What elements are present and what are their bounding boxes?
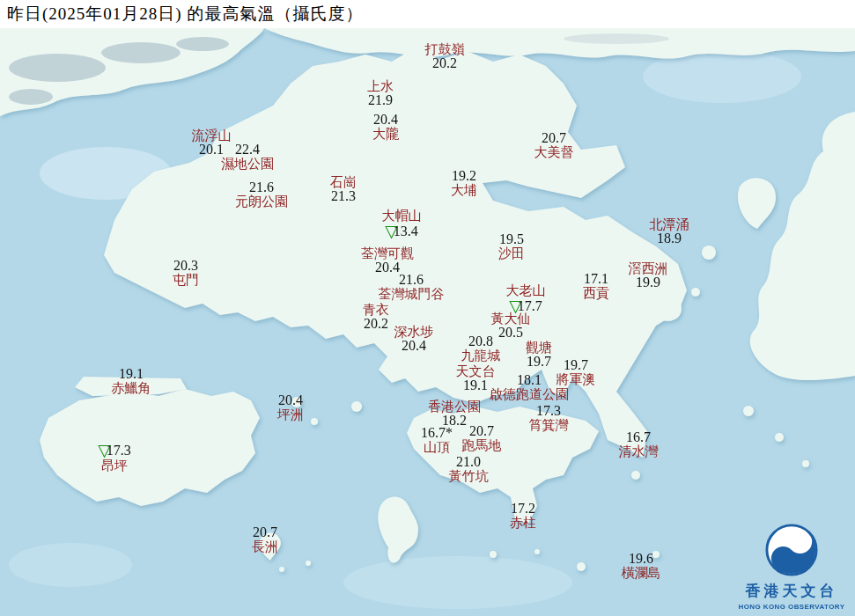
station-石崗: 石崗21.3 xyxy=(330,175,357,203)
hko-logo-icon xyxy=(764,523,819,577)
map-area: 打鼓嶺20.2上水21.920.4大隴流浮山20.122.4濕地公園21.6元朗… xyxy=(0,28,855,616)
station-name: 清水灣 xyxy=(619,444,659,458)
station-name: 啟德跑道公園 xyxy=(490,387,569,401)
station-name: 跑馬地 xyxy=(462,438,502,452)
station-value: 19.9 xyxy=(629,275,668,290)
station-value: 20.2 xyxy=(363,317,389,331)
station-value: 16.7 xyxy=(619,430,659,444)
station-橫瀾島: 19.6橫瀾島 xyxy=(622,552,661,580)
station-山頂: 16.7*山頂 xyxy=(421,426,453,454)
station-value: 21.9 xyxy=(367,93,394,107)
station-value: 20.4 xyxy=(372,113,399,127)
station-value: 19.2 xyxy=(451,169,477,183)
hill-station-marker-icon: ▽ xyxy=(385,222,398,240)
station-清水灣: 16.7清水灣 xyxy=(619,430,659,458)
station-value: 20.3 xyxy=(173,259,199,273)
station-value: 20.2 xyxy=(425,56,465,70)
station-北潭涌: 北潭涌18.9 xyxy=(650,217,689,246)
station-name: 打鼓嶺 xyxy=(425,42,465,56)
station-name: 上水 xyxy=(367,79,394,93)
station-name: 滘西洲 xyxy=(629,261,668,275)
station-元朗公園: 21.6元朗公園 xyxy=(235,180,288,209)
station-value: 17.2 xyxy=(510,502,536,516)
station-value: 20.4 xyxy=(394,339,434,353)
station-name: 深水埗 xyxy=(394,325,434,339)
station-沙田: 19.5沙田 xyxy=(498,232,525,260)
station-九龍城: 20.8九龍城 xyxy=(461,334,501,363)
station-荃灣可觀: 荃灣可觀20.4 xyxy=(361,246,414,275)
station-深水埗: 深水埗20.4 xyxy=(394,325,434,353)
station-name: 荃灣城門谷 xyxy=(379,287,445,301)
station-黃竹坑: 21.0黃竹坑 xyxy=(449,455,489,483)
station-坪洲: 20.4坪洲 xyxy=(277,393,304,422)
station-赤柱: 17.2赤柱 xyxy=(510,502,536,530)
station-value: ▽13.4 xyxy=(382,223,422,239)
station-name: 流浮山 xyxy=(192,128,232,143)
station-name: 九龍城 xyxy=(461,348,501,363)
station-value: ▽17.3 xyxy=(98,442,131,458)
station-name: 大美督 xyxy=(534,145,574,159)
station-name: 坪洲 xyxy=(277,407,304,422)
station-name: 濕地公園 xyxy=(221,157,274,171)
station-value: 17.1 xyxy=(583,272,609,286)
station-name: 香港公園 xyxy=(428,400,481,414)
stations-layer: 打鼓嶺20.2上水21.920.4大隴流浮山20.122.4濕地公園21.6元朗… xyxy=(0,28,855,616)
station-name: 赤柱 xyxy=(510,516,536,530)
station-長洲: 20.7長洲 xyxy=(252,525,278,554)
station-value: 19.7 xyxy=(526,355,552,369)
logo-name-english: HONG KONG OBSERVATORY xyxy=(730,603,853,611)
station-name: 大帽山 xyxy=(382,209,422,223)
station-value: 19.1 xyxy=(112,367,151,381)
station-name: 荃灣可觀 xyxy=(361,246,414,260)
station-赤鱲角: 19.1赤鱲角 xyxy=(112,367,151,395)
station-name: 黃大仙 xyxy=(491,312,531,326)
logo-name-chinese: 香港天文台 xyxy=(730,581,853,601)
station-大隴: 20.4大隴 xyxy=(372,113,399,141)
station-value: 19.6 xyxy=(622,552,661,566)
station-value: 19.5 xyxy=(498,232,525,246)
station-打鼓嶺: 打鼓嶺20.2 xyxy=(425,42,465,70)
station-屯門: 20.3屯門 xyxy=(173,259,199,287)
station-大帽山: 大帽山▽13.4 xyxy=(382,209,422,239)
page-title: 昨日(2025年01月28日) 的最高氣溫（攝氏度） xyxy=(7,3,363,26)
station-濕地公園: 22.4濕地公園 xyxy=(221,143,274,171)
station-昂坪: ▽17.3昂坪 xyxy=(98,442,131,473)
station-西貢: 17.1西貢 xyxy=(583,272,609,300)
station-觀塘: 觀塘19.7 xyxy=(526,341,552,369)
station-大美督: 20.7大美督 xyxy=(534,131,574,159)
station-大埔: 19.2大埔 xyxy=(451,169,477,197)
station-name: 屯門 xyxy=(173,273,199,287)
station-跑馬地: 20.7跑馬地 xyxy=(462,424,502,452)
station-name: 赤鱲角 xyxy=(112,381,151,395)
station-name: 大隴 xyxy=(372,127,399,141)
station-上水: 上水21.9 xyxy=(367,79,394,107)
station-value: 21.6 xyxy=(235,180,288,194)
station-name: 長洲 xyxy=(252,539,278,554)
station-啟德跑道公園: 18.1啟德跑道公園 xyxy=(490,373,569,401)
station-value: 19.7 xyxy=(556,358,596,372)
hko-max-temperature-map-page: 昨日(2025年01月28日) 的最高氣溫（攝氏度） xyxy=(0,0,855,616)
station-name: 北潭涌 xyxy=(650,217,689,231)
station-name: 元朗公園 xyxy=(235,194,288,209)
station-value: 17.3 xyxy=(529,404,569,418)
station-name: 大埔 xyxy=(451,183,477,197)
station-value: 21.0 xyxy=(449,455,489,469)
hko-logo: 香港天文台 HONG KONG OBSERVATORY xyxy=(730,523,853,611)
station-value: 18.9 xyxy=(650,231,689,246)
station-value: 16.7* xyxy=(421,426,453,440)
station-name: 沙田 xyxy=(498,246,525,260)
station-value: 20.7 xyxy=(462,424,502,438)
station-name: 石崗 xyxy=(330,175,357,189)
station-value: 21.6 xyxy=(379,273,445,287)
station-name: 昂坪 xyxy=(98,458,131,473)
station-name: 山頂 xyxy=(421,440,453,454)
station-value: 20.8 xyxy=(461,334,501,348)
station-value: 18.1 xyxy=(490,373,569,387)
station-滘西洲: 滘西洲19.9 xyxy=(629,261,668,290)
station-name: 觀塘 xyxy=(526,341,552,355)
station-荃灣城門谷: 21.6荃灣城門谷 xyxy=(379,273,445,301)
station-name: 橫瀾島 xyxy=(622,566,661,580)
station-筲箕灣: 17.3筲箕灣 xyxy=(529,404,569,432)
station-value: 22.4 xyxy=(221,143,274,157)
station-name: 西貢 xyxy=(583,286,609,300)
